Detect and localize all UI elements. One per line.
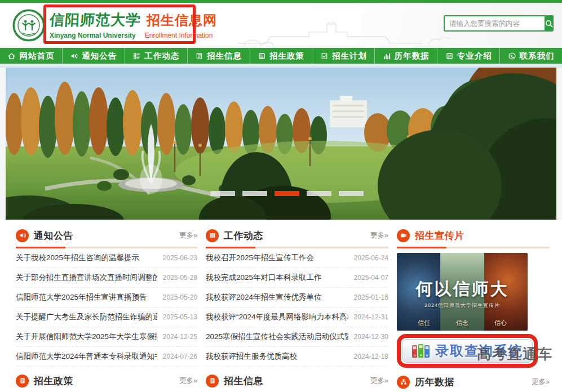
list-item[interactable]: 信阳师范大学2024年普通本专科录取通知书邮寄 2024-07-26 — [16, 347, 197, 367]
carousel-bar[interactable] — [210, 191, 235, 196]
carousel-bar[interactable] — [339, 191, 364, 196]
policy-title: 招生政策 — [34, 375, 73, 387]
campus-photo-illustration — [6, 68, 556, 220]
promo-video-section: 招生宣传片 何以信师大 2024信阳师范大学招生宣传片 信任 信念 信心 — [397, 225, 550, 392]
work-news-list: 我校召开2025年招生宣传工作会 2025-06-24 我校完成2025年对口本… — [206, 248, 388, 367]
history-more-link[interactable]: 更多» — [532, 377, 550, 387]
policy-doc-circle-icon — [16, 375, 29, 387]
item-date: 2024-12-18 — [354, 353, 388, 360]
nav-item-enroll-plan[interactable]: 招生计划 — [312, 48, 375, 64]
list-item[interactable]: 我校获评2024年招生宣传优秀单位 2025-01-16 — [206, 288, 388, 308]
info-title: 招生信息 — [224, 375, 263, 387]
notices-list: 关于我校2025年招生咨询的温馨提示 2025-06-23 关于部分招生直播宣讲… — [16, 248, 197, 367]
list-item[interactable]: 我校获评“2024年度最具网络影响力本科高校” 2024-12-31 — [206, 308, 388, 327]
work-news-section: 工作动态 更多» 我校召开2025年招生宣传工作会 2025-06-24 我校完… — [206, 225, 388, 392]
info-section: 招生信息 更多» — [206, 371, 388, 392]
section-underline — [397, 247, 550, 248]
binders-icon — [411, 343, 431, 359]
nav-item-work-news[interactable]: 工作动态 — [125, 48, 188, 64]
item-date: 2024-12-30 — [354, 333, 388, 341]
item-date: 2024-12-25 — [163, 333, 197, 341]
item-title: 关于提醒广大考生及家长防范招生诈骗的通知 — [16, 312, 157, 322]
search-icon — [545, 19, 554, 28]
promo-video-thumbnail[interactable]: 何以信师大 2024信阳师范大学招生宣传片 信任 信念 信心 — [397, 253, 528, 331]
list-item[interactable]: 我校完成2025年对口本科录取工作 2025-04-07 — [206, 268, 388, 288]
policy-section: 招生政策 更多» — [16, 371, 197, 392]
policy-doc-icon — [258, 52, 266, 60]
list-item[interactable]: 关于开展信阳师范大学2025年大学生寒假招生宣 2024-12-25 — [16, 327, 197, 347]
search-input[interactable] — [444, 15, 545, 32]
list-item[interactable]: 2025寒假招生宣传社会实践活动启动仪式暨培训 2024-12-30 — [206, 327, 388, 347]
search-bar — [444, 15, 551, 32]
home-icon — [7, 52, 16, 60]
item-title: 我校召开2025年招生宣传工作会 — [206, 253, 348, 263]
work-news-title: 工作动态 — [224, 229, 263, 242]
item-title: 关于开展信阳师范大学2025年大学生寒假招生宣 — [16, 332, 157, 342]
university-name-en: Xinyang Normal University — [50, 32, 136, 39]
main-navigation: 网站首页 通知公告 工作动态 招生信息 招生政策 招生计划 历年数据 专业介绍 … — [0, 48, 562, 64]
list-grid-icon — [132, 52, 141, 60]
site-name-cn: 招生信息网 — [147, 11, 217, 29]
sub-nav-strip — [0, 64, 562, 68]
history-data-title: 历年数据 — [415, 376, 454, 389]
carousel-bar[interactable] — [307, 191, 331, 196]
site-header: 信阳师范大学 招生信息网 Xinyang Normal University E… — [0, 3, 562, 48]
item-title: 信阳师范大学2024年普通本专科录取通知书邮寄 — [16, 351, 157, 362]
carousel-bar[interactable] — [242, 191, 267, 196]
item-title: 我校完成2025年对口本科录取工作 — [206, 273, 348, 283]
list-item[interactable]: 关于部分招生直播宣讲场次直播时间调整的通知 2025-05-28 — [16, 268, 197, 288]
nav-item-majors[interactable]: 专业介绍 — [437, 48, 500, 64]
item-date: 2025-04-07 — [354, 274, 388, 282]
nav-item-enroll-info[interactable]: 招生信息 — [188, 48, 250, 64]
list-item[interactable]: 信阳师范大学2025年招生宣讲直播预告 2025-05-20 — [16, 288, 197, 308]
item-date: 2025-06-23 — [163, 254, 197, 262]
item-title: 我校获评“2024年度最具网络影响力本科高校” — [206, 312, 348, 322]
book-circle-icon — [206, 229, 219, 242]
sitemap-circle-icon — [397, 376, 410, 389]
document-icon — [195, 52, 203, 60]
nav-item-home[interactable]: 网站首页 — [0, 48, 63, 64]
university-logo[interactable] — [12, 9, 45, 42]
list-item[interactable]: 关于我校2025年招生咨询的温馨提示 2025-06-23 — [16, 248, 197, 268]
watermark-text: 高考直通车 — [477, 345, 553, 363]
search-button[interactable] — [545, 15, 554, 32]
nav-item-contact[interactable]: 联系我们 — [500, 48, 562, 64]
building-sketch-decoration — [237, 11, 451, 47]
list-item[interactable]: 我校获评招生服务优质高校 2024-12-18 — [206, 347, 388, 367]
promo-video-title: 招生宣传片 — [415, 229, 464, 242]
hero-carousel-band — [0, 68, 562, 220]
info-more-link[interactable]: 更多» — [370, 376, 388, 386]
item-date: 2025-01-16 — [354, 293, 388, 301]
bar-chart-icon — [383, 52, 391, 60]
speaker-circle-icon — [16, 229, 29, 242]
item-title: 我校获评2024年招生宣传优秀单位 — [206, 292, 348, 302]
carousel-bar[interactable] — [275, 191, 299, 196]
book-list-icon — [445, 52, 454, 60]
notices-more-link[interactable]: 更多» — [179, 231, 197, 240]
item-title: 信阳师范大学2025年招生宣讲直播预告 — [16, 292, 157, 302]
policy-more-link[interactable]: 更多» — [179, 376, 197, 386]
carousel-indicators — [210, 191, 364, 196]
nav-item-enroll-policy[interactable]: 招生政策 — [250, 48, 313, 64]
notices-title: 通知公告 — [34, 229, 73, 242]
video-camera-circle-icon — [397, 229, 410, 242]
hero-slide-campus-photo[interactable] — [6, 68, 556, 220]
video-headline: 何以信师大 — [397, 278, 528, 301]
item-title: 关于部分招生直播宣讲场次直播时间调整的通知 — [16, 273, 157, 283]
item-date: 2024-12-31 — [354, 313, 388, 321]
speaker-icon — [70, 52, 78, 60]
brand-title-block[interactable]: 信阳师范大学 招生信息网 Xinyang Normal University E… — [50, 10, 217, 39]
university-name-cn: 信阳师范大学 — [49, 10, 141, 30]
nav-item-notices[interactable]: 通知公告 — [63, 48, 125, 64]
item-date: 2025-05-13 — [163, 313, 197, 321]
item-title: 关于我校2025年招生咨询的温馨提示 — [16, 253, 157, 263]
video-captions: 信任 信念 信心 — [397, 319, 528, 327]
item-date: 2025-05-28 — [163, 274, 197, 282]
video-subtitle: 2024信阳师范大学招生宣传片 — [397, 302, 528, 309]
work-news-more-link[interactable]: 更多» — [370, 231, 388, 240]
phone-icon — [508, 52, 516, 60]
notices-section: 通知公告 更多» 关于我校2025年招生咨询的温馨提示 2025-06-23 关… — [16, 225, 197, 392]
list-item[interactable]: 关于提醒广大考生及家长防范招生诈骗的通知 2025-05-13 — [16, 308, 197, 327]
nav-item-history-data[interactable]: 历年数据 — [375, 48, 437, 64]
list-item[interactable]: 我校召开2025年招生宣传工作会 2025-06-24 — [206, 248, 388, 268]
